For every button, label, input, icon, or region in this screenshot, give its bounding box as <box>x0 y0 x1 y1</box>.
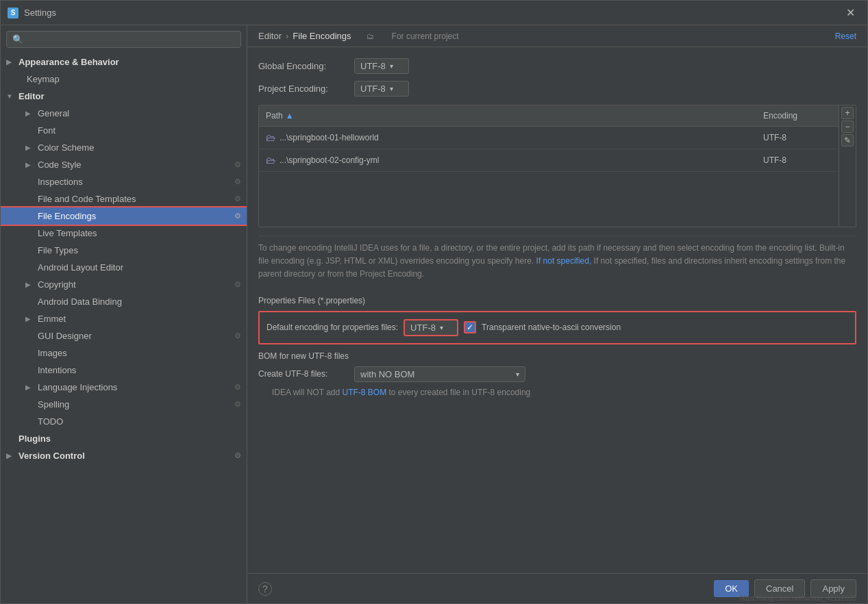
help-button[interactable]: ? <box>258 582 272 596</box>
sidebar-item-label: Language Injections <box>38 382 117 392</box>
arrow-icon: ▶ <box>25 315 34 323</box>
settings-icon: ⚙ <box>234 400 241 409</box>
sidebar-item-label: Copyright <box>38 279 76 290</box>
sidebar-item-label: Images <box>38 348 67 358</box>
sidebar-item-label: File and Code Templates <box>38 194 136 204</box>
sidebar-item-spelling[interactable]: Spelling ⚙ <box>1 396 247 413</box>
breadcrumb-current: File Encodings <box>293 31 351 41</box>
settings-icon: ⚙ <box>234 383 241 392</box>
sidebar-item-code-style[interactable]: ▶ Code Style ⚙ <box>1 156 247 173</box>
bom-section: BOM for new UTF-8 files Create UTF-8 fil… <box>258 351 856 397</box>
title-bar: S Settings ✕ <box>1 1 867 25</box>
chevron-down-icon: ▾ <box>390 85 393 92</box>
sidebar-item-label: Android Data Binding <box>38 297 122 307</box>
info-link: If not specified, <box>536 256 592 266</box>
settings-icon: ⚙ <box>234 177 241 186</box>
sidebar-item-label: Code Style <box>38 160 82 170</box>
sidebar-item-plugins[interactable]: Plugins <box>1 430 247 447</box>
main-panel: Editor › File Encodings 🗂 For current pr… <box>247 25 867 603</box>
properties-section: Default encoding for properties files: U… <box>258 311 856 344</box>
breadcrumb-bar: Editor › File Encodings 🗂 For current pr… <box>247 25 867 47</box>
sidebar-item-android-data-binding[interactable]: Android Data Binding <box>1 293 247 310</box>
sidebar-item-emmet[interactable]: ▶ Emmet <box>1 310 247 327</box>
sidebar-item-appearance[interactable]: ▶ Appearance & Behavior <box>1 53 247 71</box>
chevron-down-icon: ▾ <box>390 62 393 70</box>
sidebar-item-language-injections[interactable]: ▶ Language Injections ⚙ <box>1 379 247 396</box>
project-encoding-value: UTF-8 <box>360 84 386 94</box>
arrow-icon: ▶ <box>6 58 14 66</box>
reset-button[interactable]: Reset <box>835 32 856 41</box>
properties-encoding-dropdown[interactable]: UTF-8 ▾ <box>404 319 458 336</box>
sidebar-item-file-encodings[interactable]: File Encodings ⚙ <box>1 207 247 225</box>
sidebar-item-font[interactable]: Font <box>1 122 247 139</box>
search-input[interactable] <box>27 34 235 45</box>
sidebar-item-label: Color Scheme <box>38 142 94 153</box>
add-row-button[interactable]: + <box>841 107 854 119</box>
sidebar-item-file-types[interactable]: File Types <box>1 242 247 259</box>
sidebar-item-label: File Encodings <box>38 211 96 221</box>
properties-row: Default encoding for properties files: U… <box>266 319 848 336</box>
bom-info: IDEA will NOT add UTF-8 BOM to every cre… <box>258 388 856 397</box>
sidebar-item-images[interactable]: Images <box>1 344 247 362</box>
sidebar-item-inspections[interactable]: Inspections ⚙ <box>1 173 247 190</box>
search-box[interactable]: 🔍 <box>6 31 241 48</box>
sidebar-item-editor[interactable]: ▼ Editor <box>1 88 247 105</box>
encoding-cell: UTF-8 <box>756 153 839 167</box>
table-row[interactable]: 🗁 ...\springboot-02-config-yml UTF-8 <box>259 149 839 172</box>
arrow-icon: ▶ <box>25 110 34 117</box>
nav-tree: ▶ Appearance & Behavior Keymap ▼ Editor … <box>1 53 247 603</box>
sidebar-item-gui-designer[interactable]: GUI Designer ⚙ <box>1 327 247 344</box>
sidebar-item-label: GUI Designer <box>38 331 92 341</box>
sidebar-item-label: TODO <box>38 416 63 427</box>
properties-section-title: Properties Files (*.properties) <box>258 295 856 305</box>
sidebar-item-version-control[interactable]: ▶ Version Control ⚙ <box>1 447 247 464</box>
bom-title: BOM for new UTF-8 files <box>258 351 856 361</box>
breadcrumb-parent: Editor <box>258 31 282 41</box>
global-encoding-value: UTF-8 <box>360 61 386 71</box>
project-encoding-label: Project Encoding: <box>258 84 347 94</box>
arrow-icon: ▶ <box>25 383 34 391</box>
sidebar-item-android-layout[interactable]: Android Layout Editor <box>1 259 247 276</box>
bom-row: Create UTF-8 files: with NO BOM ▾ <box>258 366 856 382</box>
project-encoding-dropdown[interactable]: UTF-8 ▾ <box>354 81 409 97</box>
sidebar-item-label: Version Control <box>18 451 85 461</box>
sidebar-item-keymap[interactable]: Keymap <box>1 71 247 88</box>
sidebar-item-live-templates[interactable]: Live Templates <box>1 225 247 242</box>
global-encoding-dropdown[interactable]: UTF-8 ▾ <box>354 58 409 74</box>
settings-icon: ⚙ <box>234 212 241 221</box>
utf8-bom-link[interactable]: UTF-8 BOM <box>342 388 386 397</box>
sidebar-item-label: Spelling <box>38 399 69 410</box>
main-content: 🔍 ▶ Appearance & Behavior Keymap ▼ <box>1 25 867 603</box>
settings-icon: ⚙ <box>234 160 241 169</box>
sidebar-item-copyright[interactable]: ▶ Copyright ⚙ <box>1 276 247 293</box>
remove-row-button[interactable]: − <box>841 121 854 133</box>
sidebar-item-label: Font <box>38 125 55 136</box>
arrow-icon: ▼ <box>6 92 14 100</box>
sidebar-item-label: Emmet <box>38 314 66 324</box>
table-rows: Path ▲ Encoding 🗁 <box>259 105 839 227</box>
sidebar-item-general[interactable]: ▶ General <box>1 105 247 122</box>
properties-label: Default encoding for properties files: <box>266 323 398 332</box>
table-row[interactable]: 🗁 ...\springboot-01-helloworld UTF-8 <box>259 127 839 149</box>
edit-row-button[interactable]: ✎ <box>841 134 854 147</box>
sidebar-item-todo[interactable]: TODO <box>1 413 247 430</box>
sidebar-item-file-code-templates[interactable]: File and Code Templates ⚙ <box>1 190 247 207</box>
global-encoding-row: Global Encoding: UTF-8 ▾ <box>258 58 856 74</box>
encoding-cell: UTF-8 <box>756 131 839 144</box>
info-text: To change encoding IntelliJ IDEA uses fo… <box>258 236 856 287</box>
sidebar-item-color-scheme[interactable]: ▶ Color Scheme <box>1 139 247 156</box>
table-header: Path ▲ Encoding <box>259 105 839 127</box>
sidebar-item-label: File Types <box>38 245 78 255</box>
transparent-checkbox[interactable]: ✓ <box>464 321 476 334</box>
sidebar-item-intentions[interactable]: Intentions <box>1 362 247 379</box>
sidebar-item-label: Live Templates <box>38 228 97 238</box>
footer: ? OK Cancel Apply https://blog.csdn.net/… <box>247 573 867 603</box>
breadcrumb-project-icon: 🗂 <box>367 32 374 40</box>
close-button[interactable]: ✕ <box>841 3 860 22</box>
encoding-header: Encoding <box>756 108 839 123</box>
table-actions: + − ✎ <box>839 105 856 227</box>
sidebar: 🔍 ▶ Appearance & Behavior Keymap ▼ <box>1 25 247 603</box>
settings-icon: ⚙ <box>234 280 241 289</box>
breadcrumb-separator: › <box>286 31 288 41</box>
bom-dropdown[interactable]: with NO BOM ▾ <box>354 366 525 382</box>
